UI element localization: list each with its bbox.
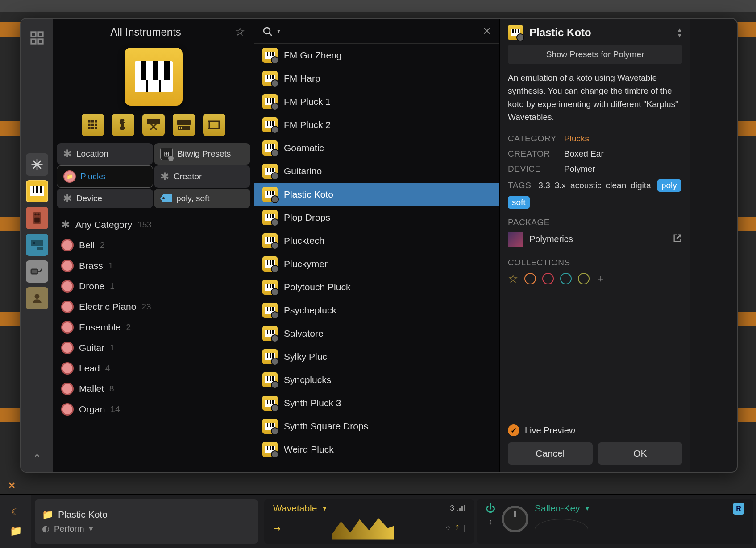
keyboard-stand-icon[interactable] — [142, 114, 165, 136]
filter-creator[interactable]: ✱Creator — [154, 165, 250, 188]
tag[interactable]: 3.3 — [538, 181, 550, 190]
grid-view-icon[interactable] — [26, 27, 48, 49]
external-link-icon[interactable] — [673, 233, 682, 245]
category-row[interactable]: Bell2 — [57, 235, 250, 255]
audio-fx-tab-icon[interactable] — [26, 207, 48, 229]
arrows-icon[interactable]: ↕ — [489, 517, 493, 527]
folder-icon[interactable]: 📁 — [10, 525, 22, 537]
sampler-icon[interactable] — [203, 114, 225, 136]
detail-category[interactable]: Plucks — [564, 134, 589, 144]
collection-star-icon[interactable]: ☆ — [508, 272, 518, 286]
category-folder-icon — [61, 260, 74, 272]
unison-icon[interactable]: ⁘ — [445, 524, 451, 532]
collection-red[interactable] — [542, 273, 554, 284]
filter-bitwig-presets[interactable]: ⊞Bitwig Presets — [154, 143, 250, 165]
preset-row[interactable]: Guitarino — [254, 160, 499, 183]
moon-icon[interactable]: ☾ — [12, 507, 20, 517]
sub-icon[interactable]: ↦ — [273, 523, 281, 534]
tag[interactable]: clean — [606, 181, 626, 190]
wavetable-display[interactable] — [332, 517, 394, 540]
collection-teal[interactable] — [560, 273, 572, 284]
preset-row[interactable]: Synth Pluck 3 — [254, 391, 499, 415]
preset-row[interactable]: FM Pluck 2 — [254, 113, 499, 136]
dropdown-icon[interactable]: ▼ — [321, 505, 328, 512]
category-row[interactable]: Mallet8 — [57, 379, 250, 399]
dropdown-icon[interactable]: ▼ — [585, 505, 590, 512]
preset-row[interactable]: Plucktech — [254, 229, 499, 252]
tag-highlighted[interactable]: poly — [657, 179, 681, 192]
phase-icon[interactable]: ⤴ — [455, 524, 459, 532]
filter-cutoff-knob[interactable] — [502, 506, 528, 532]
preset-row[interactable]: Plop Drops — [254, 206, 499, 229]
filter-type[interactable]: Sallen-Key — [535, 503, 580, 514]
svg-rect-20 — [91, 127, 94, 129]
preset-row[interactable]: Polytouch Pluck — [254, 276, 499, 299]
filter-category-plucks[interactable]: 📁Plucks — [57, 165, 153, 188]
modulators-tab-icon[interactable] — [26, 260, 48, 283]
search-icon[interactable] — [262, 24, 279, 38]
everything-tab-icon[interactable] — [26, 153, 48, 176]
cancel-button[interactable]: Cancel — [508, 442, 593, 465]
synth-icon[interactable] — [173, 114, 195, 136]
preset-list[interactable]: FM Gu ZhengFM HarpFM Pluck 1FM Pluck 2Go… — [254, 44, 499, 472]
tag[interactable]: digital — [631, 181, 653, 190]
favorite-star-icon[interactable]: ☆ — [235, 25, 245, 39]
preset-row[interactable]: Salvatore — [254, 322, 499, 345]
show-presets-button[interactable]: Show Presets for Polymer — [508, 45, 682, 64]
device-preset-header[interactable]: 📁Plastic Koto ◐Perform▾ — [35, 499, 258, 544]
filter-display[interactable] — [535, 519, 588, 540]
preset-row[interactable]: FM Pluck 1 — [254, 90, 499, 113]
preset-row[interactable]: Sylky Pluc — [254, 345, 499, 368]
svg-point-23 — [124, 123, 125, 124]
category-folder-icon — [61, 280, 74, 293]
filter-tags[interactable]: poly, soft — [154, 189, 250, 208]
power-icon[interactable]: ⏻ — [486, 503, 495, 515]
drum-machine-icon[interactable] — [82, 114, 104, 136]
clear-search-icon[interactable]: ✕ — [482, 25, 491, 37]
preset-row[interactable]: Syncplucks — [254, 368, 499, 391]
filter-device[interactable]: ✱Device — [57, 189, 153, 208]
preset-row[interactable]: Weird Pluck — [254, 438, 499, 461]
preset-nav-arrows[interactable]: ▲▼ — [677, 27, 682, 38]
preset-row[interactable]: FM Gu Zheng — [254, 44, 499, 67]
tag[interactable]: acoustic — [570, 181, 602, 190]
oscillator-type[interactable]: Wavetable — [273, 503, 317, 514]
filter-location[interactable]: ✱Location — [57, 143, 153, 165]
category-row[interactable]: Ensemble2 — [57, 317, 250, 338]
clock-icon: ◐ — [42, 523, 50, 534]
collapse-chevron-icon[interactable]: ⌃ — [33, 452, 42, 465]
tag[interactable]: 3.x — [555, 181, 566, 190]
detail-device[interactable]: Polymer — [564, 164, 595, 174]
collection-orange[interactable] — [524, 273, 536, 284]
collection-olive[interactable] — [578, 273, 590, 284]
oscillator-section[interactable]: Wavetable ▼ 3 ↦ ⁘ ⤴ | — [264, 499, 474, 544]
detail-creator[interactable]: Boxed Ear — [564, 149, 604, 159]
ok-button[interactable]: OK — [598, 442, 683, 465]
close-icon[interactable]: ✕ — [8, 480, 16, 491]
presets-tab-icon[interactable] — [26, 287, 48, 309]
instruments-tab-icon[interactable] — [26, 180, 48, 202]
tag-icon — [160, 194, 172, 202]
preset-row[interactable]: Goamatic — [254, 136, 499, 160]
category-row[interactable]: Organ14 — [57, 399, 250, 420]
filter-section[interactable]: ⏻ ↕ Sallen-Key ▼ R — [477, 499, 753, 544]
note-fx-tab-icon[interactable] — [26, 234, 48, 256]
preset-row[interactable]: Pluckymer — [254, 252, 499, 276]
live-preview-checkbox[interactable]: ✓ — [508, 424, 519, 436]
preset-row[interactable]: FM Harp — [254, 67, 499, 90]
add-collection-icon[interactable]: ＋ — [596, 272, 606, 285]
category-row[interactable]: Guitar1 — [57, 338, 250, 358]
preset-row[interactable]: Synth Square Drops — [254, 415, 499, 438]
any-category-row[interactable]: ✱ Any Category 153 — [57, 214, 250, 235]
tag-highlighted[interactable]: soft — [508, 196, 530, 209]
mono-icon[interactable]: | — [463, 524, 465, 532]
bass-icon[interactable] — [112, 114, 134, 136]
package-name[interactable]: Polymerics — [529, 234, 666, 244]
category-row[interactable]: Electric Piano23 — [57, 297, 250, 317]
category-row[interactable]: Lead4 — [57, 358, 250, 379]
preset-row[interactable]: Psychepluck — [254, 299, 499, 322]
category-row[interactable]: Brass1 — [57, 255, 250, 276]
remote-controls-badge[interactable]: R — [733, 503, 744, 515]
preset-row[interactable]: Plastic Koto — [254, 183, 499, 206]
category-row[interactable]: Drone1 — [57, 276, 250, 297]
